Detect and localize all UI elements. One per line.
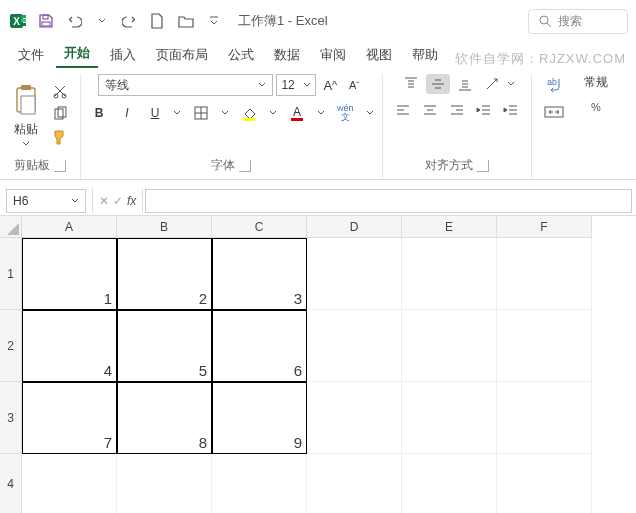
- new-file-icon[interactable]: [146, 11, 168, 31]
- column-header[interactable]: F: [497, 216, 592, 238]
- cell[interactable]: [402, 454, 497, 513]
- cell[interactable]: 9: [212, 382, 307, 454]
- tab-layout[interactable]: 页面布局: [148, 42, 216, 68]
- align-left-icon[interactable]: [391, 100, 415, 120]
- currency-icon[interactable]: %: [584, 97, 608, 117]
- column-header[interactable]: E: [402, 216, 497, 238]
- cell-grid[interactable]: 123456789: [22, 238, 592, 513]
- underline-button[interactable]: U: [145, 103, 165, 123]
- select-all-triangle[interactable]: [0, 216, 22, 238]
- cell[interactable]: 7: [22, 382, 117, 454]
- alignment-launcher-icon[interactable]: [477, 160, 489, 172]
- cell[interactable]: 3: [212, 238, 307, 310]
- column-header[interactable]: A: [22, 216, 117, 238]
- enter-formula-icon[interactable]: ✓: [113, 194, 123, 208]
- borders-icon[interactable]: [189, 103, 213, 123]
- row-header[interactable]: 3: [0, 382, 22, 454]
- format-painter-icon[interactable]: [48, 127, 72, 147]
- bold-button[interactable]: B: [89, 103, 109, 123]
- cell[interactable]: [307, 238, 402, 310]
- formula-bar[interactable]: [145, 189, 632, 213]
- cell[interactable]: [212, 454, 307, 513]
- align-top-icon[interactable]: [399, 74, 423, 94]
- align-bottom-icon[interactable]: [453, 74, 477, 94]
- cell[interactable]: [307, 382, 402, 454]
- cell[interactable]: 8: [117, 382, 212, 454]
- column-header[interactable]: D: [307, 216, 402, 238]
- cell[interactable]: 1: [22, 238, 117, 310]
- cell[interactable]: [497, 454, 592, 513]
- number-format-combo[interactable]: 常规: [584, 74, 608, 91]
- tab-home[interactable]: 开始: [56, 40, 98, 68]
- cell[interactable]: 6: [212, 310, 307, 382]
- cut-icon[interactable]: [48, 81, 72, 101]
- cell[interactable]: [402, 310, 497, 382]
- copy-icon[interactable]: [48, 104, 72, 124]
- open-file-icon[interactable]: [174, 11, 198, 31]
- italic-button[interactable]: I: [117, 103, 137, 123]
- tab-file[interactable]: 文件: [10, 42, 52, 68]
- phonetic-icon[interactable]: wén文: [333, 102, 358, 124]
- redo-icon[interactable]: [118, 11, 140, 31]
- column-header[interactable]: B: [117, 216, 212, 238]
- row-header[interactable]: 4: [0, 454, 22, 513]
- formula-bar-row: H6 ✕ ✓ fx: [0, 186, 636, 216]
- clipboard-launcher-icon[interactable]: [54, 160, 66, 172]
- underline-dropdown-icon[interactable]: [173, 110, 181, 116]
- borders-dropdown-icon[interactable]: [221, 110, 229, 116]
- svg-rect-20: [545, 107, 563, 117]
- paste-dropdown-icon[interactable]: [22, 141, 30, 147]
- font-color-dropdown-icon[interactable]: [317, 110, 325, 116]
- wrap-text-icon[interactable]: ab: [540, 74, 568, 96]
- align-center-icon[interactable]: [418, 100, 442, 120]
- align-right-icon[interactable]: [445, 100, 469, 120]
- font-color-icon[interactable]: A: [285, 103, 309, 123]
- decrease-indent-icon[interactable]: [472, 100, 496, 120]
- decrease-font-icon[interactable]: Aˇ: [344, 75, 364, 95]
- tab-help[interactable]: 帮助: [404, 42, 446, 68]
- fx-icon[interactable]: fx: [127, 194, 136, 208]
- font-launcher-icon[interactable]: [239, 160, 251, 172]
- align-middle-icon[interactable]: [426, 74, 450, 94]
- fill-color-icon[interactable]: [237, 103, 261, 123]
- save-icon[interactable]: [34, 11, 58, 31]
- paste-icon[interactable]: [8, 82, 44, 118]
- increase-indent-icon[interactable]: [499, 100, 523, 120]
- cell[interactable]: 4: [22, 310, 117, 382]
- cancel-formula-icon[interactable]: ✕: [99, 194, 109, 208]
- name-box[interactable]: H6: [6, 189, 86, 213]
- orientation-icon[interactable]: [480, 74, 504, 94]
- tab-insert[interactable]: 插入: [102, 42, 144, 68]
- font-name-combo[interactable]: 等线: [98, 74, 273, 96]
- qat-customize-icon[interactable]: [204, 11, 224, 31]
- tab-review[interactable]: 审阅: [312, 42, 354, 68]
- cell[interactable]: 5: [117, 310, 212, 382]
- fill-dropdown-icon[interactable]: [269, 110, 277, 116]
- cell[interactable]: [402, 238, 497, 310]
- svg-rect-4: [21, 23, 26, 26]
- tab-formulas[interactable]: 公式: [220, 42, 262, 68]
- cell[interactable]: [497, 310, 592, 382]
- orientation-dropdown-icon[interactable]: [507, 81, 515, 87]
- undo-icon[interactable]: [64, 11, 86, 31]
- column-header[interactable]: C: [212, 216, 307, 238]
- merge-center-icon[interactable]: [540, 102, 568, 122]
- cell[interactable]: [117, 454, 212, 513]
- row-header[interactable]: 1: [0, 238, 22, 310]
- phonetic-dropdown-icon[interactable]: [366, 110, 374, 116]
- tab-data[interactable]: 数据: [266, 42, 308, 68]
- cell[interactable]: [497, 238, 592, 310]
- search-box[interactable]: 搜索: [528, 9, 628, 34]
- cell[interactable]: [307, 454, 402, 513]
- row-header[interactable]: 2: [0, 310, 22, 382]
- cell[interactable]: [22, 454, 117, 513]
- tab-view[interactable]: 视图: [358, 42, 400, 68]
- group-clipboard: 粘贴 剪贴板: [0, 74, 81, 179]
- cell[interactable]: [402, 382, 497, 454]
- font-size-combo[interactable]: 12: [276, 74, 316, 96]
- cell[interactable]: 2: [117, 238, 212, 310]
- increase-font-icon[interactable]: A^: [319, 75, 341, 95]
- cell[interactable]: [497, 382, 592, 454]
- undo-dropdown-icon[interactable]: [92, 11, 112, 31]
- cell[interactable]: [307, 310, 402, 382]
